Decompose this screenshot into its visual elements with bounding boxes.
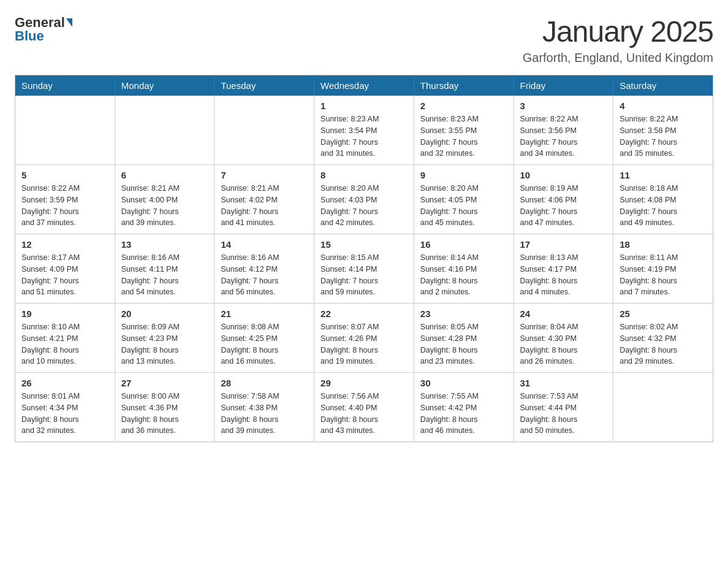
day-info: Sunrise: 7:55 AM Sunset: 4:42 PM Dayligh… — [420, 391, 507, 437]
calendar-week-row: 26Sunrise: 8:01 AM Sunset: 4:34 PM Dayli… — [15, 373, 713, 442]
calendar-cell: 15Sunrise: 8:15 AM Sunset: 4:14 PM Dayli… — [314, 234, 414, 304]
weekday-header-thursday: Thursday — [414, 75, 514, 96]
day-number: 22 — [320, 308, 408, 319]
calendar-cell: 12Sunrise: 8:17 AM Sunset: 4:09 PM Dayli… — [15, 234, 115, 304]
day-info: Sunrise: 8:07 AM Sunset: 4:26 PM Dayligh… — [320, 321, 408, 367]
day-info: Sunrise: 8:19 AM Sunset: 4:06 PM Dayligh… — [520, 183, 607, 229]
day-info: Sunrise: 7:58 AM Sunset: 4:38 PM Dayligh… — [221, 391, 308, 437]
calendar-cell: 1Sunrise: 8:23 AM Sunset: 3:54 PM Daylig… — [314, 96, 414, 165]
calendar-cell: 26Sunrise: 8:01 AM Sunset: 4:34 PM Dayli… — [15, 373, 115, 442]
day-info: Sunrise: 8:05 AM Sunset: 4:28 PM Dayligh… — [420, 321, 507, 367]
day-number: 3 — [520, 101, 607, 111]
calendar-cell: 6Sunrise: 8:21 AM Sunset: 4:00 PM Daylig… — [115, 165, 214, 234]
calendar-cell: 28Sunrise: 7:58 AM Sunset: 4:38 PM Dayli… — [214, 373, 314, 442]
calendar-header-row: SundayMondayTuesdayWednesdayThursdayFrid… — [15, 75, 713, 96]
day-info: Sunrise: 7:56 AM Sunset: 4:40 PM Dayligh… — [320, 391, 408, 437]
day-info: Sunrise: 8:23 AM Sunset: 3:55 PM Dayligh… — [420, 113, 507, 159]
day-number: 2 — [420, 101, 507, 111]
calendar-cell: 25Sunrise: 8:02 AM Sunset: 4:32 PM Dayli… — [613, 304, 713, 373]
day-number: 26 — [21, 378, 108, 388]
calendar-cell: 13Sunrise: 8:16 AM Sunset: 4:11 PM Dayli… — [115, 234, 214, 304]
calendar-cell: 10Sunrise: 8:19 AM Sunset: 4:06 PM Dayli… — [514, 165, 613, 234]
day-info: Sunrise: 8:18 AM Sunset: 4:08 PM Dayligh… — [620, 183, 707, 229]
calendar-cell: 24Sunrise: 8:04 AM Sunset: 4:30 PM Dayli… — [514, 304, 613, 373]
calendar-cell: 22Sunrise: 8:07 AM Sunset: 4:26 PM Dayli… — [314, 304, 414, 373]
day-number: 23 — [420, 308, 507, 319]
day-info: Sunrise: 8:22 AM Sunset: 3:59 PM Dayligh… — [21, 183, 108, 229]
logo-blue-text: Blue — [15, 28, 44, 44]
day-number: 24 — [520, 308, 607, 319]
day-number: 21 — [221, 308, 308, 319]
day-info: Sunrise: 8:23 AM Sunset: 3:54 PM Dayligh… — [320, 113, 408, 159]
day-info: Sunrise: 8:00 AM Sunset: 4:36 PM Dayligh… — [121, 391, 208, 437]
calendar-cell: 8Sunrise: 8:20 AM Sunset: 4:03 PM Daylig… — [314, 165, 414, 234]
day-info: Sunrise: 8:17 AM Sunset: 4:09 PM Dayligh… — [21, 252, 108, 298]
day-info: Sunrise: 8:21 AM Sunset: 4:02 PM Dayligh… — [221, 183, 308, 229]
page-header: General Blue January 2025 Garforth, Engl… — [15, 15, 713, 65]
logo-triangle-icon — [66, 18, 72, 27]
day-info: Sunrise: 8:21 AM Sunset: 4:00 PM Dayligh… — [121, 183, 208, 229]
day-info: Sunrise: 8:16 AM Sunset: 4:11 PM Dayligh… — [121, 252, 208, 298]
calendar-cell — [214, 96, 314, 165]
day-info: Sunrise: 8:02 AM Sunset: 4:32 PM Dayligh… — [620, 321, 707, 367]
calendar-cell: 14Sunrise: 8:16 AM Sunset: 4:12 PM Dayli… — [214, 234, 314, 304]
day-number: 12 — [21, 239, 108, 250]
calendar-cell: 2Sunrise: 8:23 AM Sunset: 3:55 PM Daylig… — [414, 96, 514, 165]
day-number: 31 — [520, 378, 607, 388]
day-number: 19 — [21, 308, 108, 319]
weekday-header-sunday: Sunday — [15, 75, 115, 96]
day-info: Sunrise: 8:11 AM Sunset: 4:19 PM Dayligh… — [620, 252, 707, 298]
day-number: 10 — [520, 170, 607, 180]
day-info: Sunrise: 7:53 AM Sunset: 4:44 PM Dayligh… — [520, 391, 607, 437]
title-block: January 2025 Garforth, England, United K… — [523, 15, 713, 65]
calendar-cell: 21Sunrise: 8:08 AM Sunset: 4:25 PM Dayli… — [214, 304, 314, 373]
calendar-week-row: 12Sunrise: 8:17 AM Sunset: 4:09 PM Dayli… — [15, 234, 713, 304]
day-info: Sunrise: 8:10 AM Sunset: 4:21 PM Dayligh… — [21, 321, 108, 367]
day-info: Sunrise: 8:20 AM Sunset: 4:05 PM Dayligh… — [420, 183, 507, 229]
day-info: Sunrise: 8:22 AM Sunset: 3:56 PM Dayligh… — [520, 113, 607, 159]
day-number: 30 — [420, 378, 507, 388]
day-info: Sunrise: 8:16 AM Sunset: 4:12 PM Dayligh… — [221, 252, 308, 298]
weekday-header-friday: Friday — [514, 75, 613, 96]
calendar-week-row: 5Sunrise: 8:22 AM Sunset: 3:59 PM Daylig… — [15, 165, 713, 234]
page-subtitle: Garforth, England, United Kingdom — [523, 51, 713, 65]
day-number: 18 — [620, 239, 707, 250]
day-number: 14 — [221, 239, 308, 250]
day-info: Sunrise: 8:08 AM Sunset: 4:25 PM Dayligh… — [221, 321, 308, 367]
calendar-cell: 29Sunrise: 7:56 AM Sunset: 4:40 PM Dayli… — [314, 373, 414, 442]
calendar-cell — [613, 373, 713, 442]
calendar-cell: 7Sunrise: 8:21 AM Sunset: 4:02 PM Daylig… — [214, 165, 314, 234]
calendar-cell: 17Sunrise: 8:13 AM Sunset: 4:17 PM Dayli… — [514, 234, 613, 304]
calendar-week-row: 1Sunrise: 8:23 AM Sunset: 3:54 PM Daylig… — [15, 96, 713, 165]
calendar-cell: 27Sunrise: 8:00 AM Sunset: 4:36 PM Dayli… — [115, 373, 214, 442]
day-number: 7 — [221, 170, 308, 180]
calendar-cell: 11Sunrise: 8:18 AM Sunset: 4:08 PM Dayli… — [613, 165, 713, 234]
weekday-header-monday: Monday — [115, 75, 214, 96]
day-number: 4 — [620, 101, 707, 111]
weekday-header-saturday: Saturday — [613, 75, 713, 96]
day-info: Sunrise: 8:04 AM Sunset: 4:30 PM Dayligh… — [520, 321, 607, 367]
day-number: 17 — [520, 239, 607, 250]
calendar-table: SundayMondayTuesdayWednesdayThursdayFrid… — [15, 75, 713, 442]
day-info: Sunrise: 8:13 AM Sunset: 4:17 PM Dayligh… — [520, 252, 607, 298]
day-number: 9 — [420, 170, 507, 180]
day-number: 15 — [320, 239, 408, 250]
weekday-header-wednesday: Wednesday — [314, 75, 414, 96]
day-number: 13 — [121, 239, 208, 250]
day-number: 29 — [320, 378, 408, 388]
day-number: 28 — [221, 378, 308, 388]
day-info: Sunrise: 8:01 AM Sunset: 4:34 PM Dayligh… — [21, 391, 108, 437]
day-number: 1 — [320, 101, 408, 111]
day-number: 8 — [320, 170, 408, 180]
day-number: 25 — [620, 308, 707, 319]
day-number: 6 — [121, 170, 208, 180]
calendar-cell: 19Sunrise: 8:10 AM Sunset: 4:21 PM Dayli… — [15, 304, 115, 373]
day-number: 16 — [420, 239, 507, 250]
weekday-header-tuesday: Tuesday — [214, 75, 314, 96]
calendar-cell: 31Sunrise: 7:53 AM Sunset: 4:44 PM Dayli… — [514, 373, 613, 442]
calendar-cell: 18Sunrise: 8:11 AM Sunset: 4:19 PM Dayli… — [613, 234, 713, 304]
page-title: January 2025 — [523, 15, 713, 48]
calendar-cell: 23Sunrise: 8:05 AM Sunset: 4:28 PM Dayli… — [414, 304, 514, 373]
day-info: Sunrise: 8:09 AM Sunset: 4:23 PM Dayligh… — [121, 321, 208, 367]
logo: General Blue — [15, 15, 74, 44]
